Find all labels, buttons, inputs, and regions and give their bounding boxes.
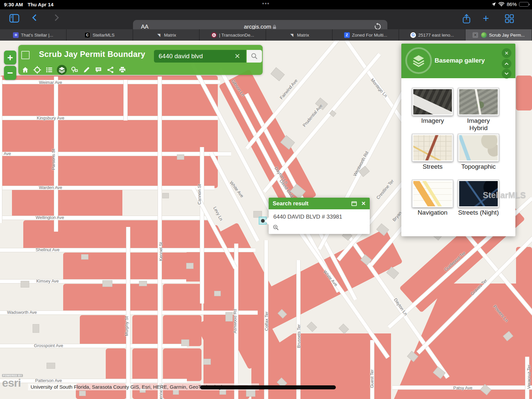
street-label: Brussels Ter	[296, 324, 301, 348]
panel-scroll-up-icon[interactable]	[502, 59, 511, 69]
panel-close-icon[interactable]: ✕	[502, 48, 511, 58]
basemap-thumbnail[interactable]	[458, 88, 499, 115]
basemap-gallery-title: Basemap gallery	[435, 57, 485, 64]
street-label: Guest Ter	[369, 369, 374, 388]
basemap-item[interactable]: Topographic	[457, 134, 500, 170]
zillow-icon: Z	[344, 32, 350, 38]
stellar-flower-icon: ✳	[13, 32, 19, 38]
tab-label: 25177 east leno...	[418, 33, 454, 38]
tab-label: | TransactionDe...	[219, 33, 254, 38]
popup-zoom-to-icon[interactable]	[269, 224, 370, 234]
transactiondesk-icon: n	[211, 32, 217, 38]
search-button[interactable]	[247, 50, 262, 63]
basemap-item[interactable]: Navigation	[411, 180, 454, 216]
street-label: Veracruz Ter	[526, 365, 531, 389]
layer-checkbox[interactable]	[21, 51, 30, 59]
draw-icon[interactable]	[82, 66, 91, 74]
browser-tab[interactable]: ◥Matrix	[266, 29, 332, 41]
street-label: Kimsey Ave	[36, 279, 59, 284]
browser-tab[interactable]: n| TransactionDe...	[200, 29, 266, 41]
popup-close-icon[interactable]: ✕	[361, 200, 366, 207]
street-label: Colfax Ter	[264, 311, 269, 331]
wifi-icon	[498, 2, 504, 6]
home-icon[interactable]	[21, 66, 30, 74]
status-bar: 9:30 AM Thu Apr 14 ••• 86%	[0, 0, 532, 9]
esri-logo: POWERED BY esri	[2, 374, 23, 388]
basemap-label: Navigation	[411, 209, 454, 216]
browser-tab[interactable]: ✕Scrub Jay Perm...	[466, 29, 532, 41]
share-icon[interactable]	[462, 14, 471, 24]
locate-icon[interactable]	[33, 66, 42, 74]
battery-percent: 86%	[507, 1, 517, 7]
street-label: Parsons St	[51, 149, 56, 170]
basemap-item[interactable]: Streets	[411, 134, 454, 170]
basemap-thumbnail[interactable]	[412, 134, 453, 161]
tab-label: Matrix	[297, 33, 309, 38]
tab-label: That's Stellar |...	[21, 33, 53, 38]
tab-overview-icon[interactable]	[505, 14, 514, 23]
street-label: Kingsbury Ave	[37, 115, 65, 120]
zoom-in-button[interactable]: +	[4, 51, 16, 65]
basemap-thumbnail[interactable]	[412, 88, 453, 115]
status-ellipsis: •••	[0, 1, 532, 7]
street-label: Bryan	[391, 210, 402, 222]
matrix-arrow-icon: ◥	[156, 32, 162, 38]
comment-icon[interactable]	[94, 66, 103, 74]
share-map-icon[interactable]	[106, 66, 115, 74]
basemap-label: Imagery	[411, 117, 454, 124]
basemap-thumbnail[interactable]	[412, 180, 453, 207]
street-label: Ashwood Rd	[232, 309, 237, 333]
popup-title: Search result	[273, 200, 309, 207]
street-label: Patterson Ave	[35, 378, 62, 383]
street-label: Warden Ave	[39, 185, 62, 190]
street-label: Patsy Ave	[453, 385, 472, 390]
basemap-thumbnail[interactable]	[458, 134, 499, 161]
new-tab-icon[interactable]: +	[483, 12, 489, 25]
tab-label: StellarMLS	[92, 33, 114, 38]
popup-maximize-icon[interactable]	[351, 201, 357, 206]
tab-strip: ✳That's Stellar |...CStellarMLS◥Matrixn|…	[0, 29, 532, 41]
basemap-gallery-panel: Basemap gallery ✕ ImageryImagery HybridS…	[401, 44, 515, 236]
browser-tab[interactable]: ZZoned For Multi...	[332, 29, 399, 41]
basemap-item[interactable]: Imagery	[411, 88, 454, 124]
layers-icon[interactable]	[57, 65, 67, 75]
print-icon[interactable]	[118, 66, 127, 74]
search-input[interactable]	[154, 50, 246, 63]
zoom-out-button[interactable]: −	[4, 66, 16, 80]
forward-button[interactable]	[53, 15, 58, 21]
google-icon: G	[410, 32, 416, 38]
legend-icon[interactable]	[45, 66, 54, 74]
safari-toolbar: AA arcgis.com +	[0, 9, 532, 29]
arcgis-globe-icon	[481, 32, 487, 38]
tab-label: Scrub Jay Perm...	[489, 33, 525, 38]
app-header: Scrub Jay Permit Boundary ✕	[18, 45, 263, 75]
marker-dot	[261, 219, 265, 223]
street-label: Shellnut Ave	[36, 247, 60, 252]
popup-result-text: 6440 DAVID BLVD # 33981	[269, 209, 370, 224]
browser-tab[interactable]: ◥Matrix	[133, 29, 200, 41]
street-label: Montego Ln	[370, 78, 388, 98]
panel-scroll-down-icon[interactable]	[502, 69, 511, 79]
tab-label: Zoned For Multi...	[352, 33, 387, 38]
battery-icon	[519, 2, 529, 7]
basemap-item[interactable]: Imagery Hybrid	[457, 88, 500, 132]
ipad-screen: 9:30 AM Thu Apr 14 ••• 86% AA arcgis.com	[0, 0, 532, 399]
search-clear-icon[interactable]: ✕	[234, 52, 242, 60]
browser-tab[interactable]: CStellarMLS	[66, 29, 133, 41]
sidebar-icon[interactable]	[9, 14, 19, 23]
street-label: Ave	[4, 151, 11, 156]
basemap-label: Streets	[411, 163, 454, 170]
back-button[interactable]	[33, 15, 38, 21]
street-label: Kennel St	[158, 242, 163, 261]
select-location-icon[interactable]	[70, 66, 79, 74]
street-label: Wadsworth Ave	[7, 310, 37, 315]
map-canvas[interactable]: Weimar AveKingsbury AveAveWarden AveWell…	[0, 41, 532, 399]
basemap-label: Imagery Hybrid	[457, 117, 500, 132]
browser-tab[interactable]: G25177 east leno...	[399, 29, 466, 41]
basemap-label: Topographic	[457, 163, 500, 170]
location-arrow-icon	[491, 2, 496, 7]
home-indicator[interactable]	[200, 385, 336, 389]
tab-close-icon[interactable]: ✕	[472, 32, 478, 38]
browser-tab[interactable]: ✳That's Stellar |...	[0, 29, 66, 41]
tab-label: Matrix	[164, 33, 176, 38]
